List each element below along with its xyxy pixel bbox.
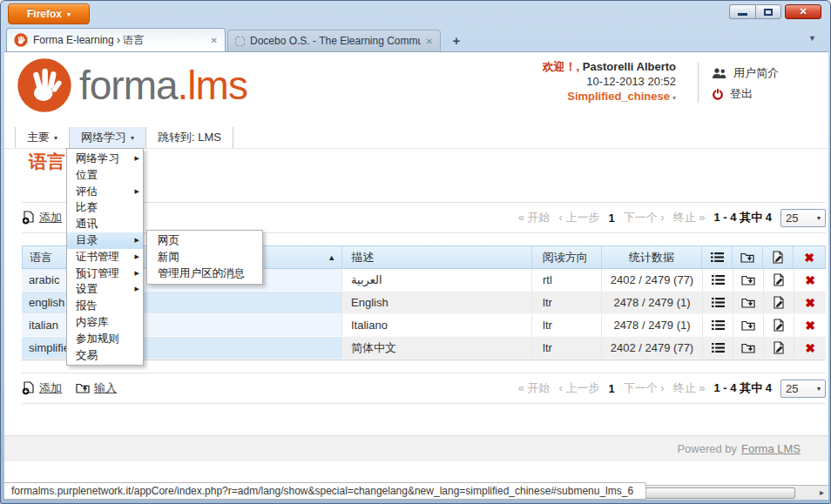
submenu-item-news[interactable]: 新闻 xyxy=(147,249,262,265)
delete-button[interactable]: ✖ xyxy=(794,314,826,336)
delete-button[interactable]: ✖ xyxy=(794,337,826,359)
add-language-link[interactable]: 添加 xyxy=(22,380,62,396)
edit-button[interactable] xyxy=(764,292,794,313)
close-tab-icon[interactable]: ✕ xyxy=(211,36,218,45)
footer: Powered by Forma LMS xyxy=(4,435,828,461)
menu-item-reservations[interactable]: 预订管理▶ xyxy=(67,265,143,282)
list-all-tabs-button[interactable]: ▼ xyxy=(808,34,816,43)
nav-item-jump-to-lms[interactable]: 跳转到: LMS xyxy=(146,127,233,148)
edit-button[interactable] xyxy=(764,314,794,336)
profile-link[interactable]: 用户简介 xyxy=(712,63,779,84)
scrollbar-thumb[interactable] xyxy=(645,487,795,499)
export-button[interactable] xyxy=(733,337,764,359)
submenu-arrow-icon: ▶ xyxy=(135,265,139,282)
add-language-link[interactable]: 添加 xyxy=(22,210,62,225)
first-page-button[interactable]: « 开始 xyxy=(518,380,551,396)
menu-item-certificates[interactable]: 证书管理▶ xyxy=(67,249,143,265)
menu-item-settings[interactable]: 设置▶ xyxy=(67,281,143,298)
page-size-select[interactable]: 25 ▾ xyxy=(780,209,826,227)
menu-item-assessment[interactable]: 评估▶ xyxy=(67,184,143,200)
details-button[interactable] xyxy=(703,269,733,291)
nav-item-main[interactable]: 主要 ▾ xyxy=(15,127,70,148)
browser-window: Firefox ▾ ✕ ▼ Forma E-learning › 语言 ✕ Do… xyxy=(0,0,831,504)
menu-item-enrolment-rules[interactable]: 参加规则 xyxy=(67,331,143,347)
forma-hand-favicon xyxy=(14,33,28,47)
pagination-top: « 开始 ‹ 上一步 1 下一个 › 终止 » 1 - 4 其中 4 25 ▾ xyxy=(518,209,826,227)
delete-icon: ✖ xyxy=(805,273,815,287)
logout-label: 登出 xyxy=(730,84,753,104)
menu-item-content-library[interactable]: 内容库 xyxy=(67,314,143,331)
delete-button[interactable]: ✖ xyxy=(794,292,826,313)
column-header-stats[interactable]: 统计数据 xyxy=(602,246,703,268)
submenu-item-user-area-messages[interactable]: 管理用户区的消息 xyxy=(147,265,262,282)
import-language-link[interactable]: 输入 xyxy=(76,380,117,396)
details-button[interactable] xyxy=(703,314,733,336)
first-page-button[interactable]: « 开始 xyxy=(518,210,551,225)
export-button[interactable] xyxy=(733,269,764,291)
column-header-direction[interactable]: 阅读方向 xyxy=(532,246,602,268)
direction-cell: ltr xyxy=(532,292,602,313)
description-cell: Italiano xyxy=(342,314,532,336)
menu-item-location[interactable]: 位置 xyxy=(67,167,143,184)
delete-icon: ✖ xyxy=(805,296,815,310)
tab-forma-elearning[interactable]: Forma E-learning › 语言 ✕ xyxy=(6,28,226,51)
firefox-menu-button[interactable]: Firefox ▾ xyxy=(8,3,90,24)
edit-page-icon xyxy=(773,319,786,332)
login-datetime: 10-12-2013 20:52 xyxy=(543,74,676,89)
pagination-bottom: « 开始 ‹ 上一步 1 下一个 › 终止 » 1 - 4 其中 4 25 ▾ xyxy=(518,380,826,398)
delete-button[interactable]: ✖ xyxy=(794,269,826,291)
export-folder-icon xyxy=(740,252,754,264)
menu-item-communication[interactable]: 通讯 xyxy=(67,216,143,232)
nav-item-elearning[interactable]: 网络学习 ▾ xyxy=(70,127,146,148)
delete-icon: ✖ xyxy=(805,319,815,333)
language-selector[interactable]: Simplified_chinese xyxy=(567,90,670,103)
column-header-description[interactable]: 描述 xyxy=(342,246,532,268)
prev-page-button[interactable]: ‹ 上一步 xyxy=(559,380,600,396)
menu-item-reports[interactable]: 报告 xyxy=(67,298,143,314)
prev-page-button[interactable]: ‹ 上一步 xyxy=(559,210,600,225)
next-page-button[interactable]: 下一个 › xyxy=(624,380,665,396)
chevron-down-icon: ▾ xyxy=(54,134,57,142)
export-button[interactable] xyxy=(733,292,764,313)
page-title: 语言 xyxy=(29,150,65,174)
scroll-right-arrow-icon[interactable]: ▸ xyxy=(820,487,824,497)
user-info: 欢迎！, Pastorelli Alberto 10-12-2013 20:52… xyxy=(543,59,676,105)
description-cell: English xyxy=(342,292,532,313)
sort-asc-icon[interactable]: ▲ xyxy=(328,253,335,262)
submenu-arrow-icon: ▶ xyxy=(135,249,139,265)
elearning-dropdown-menu: 网络学习▶ 位置 评估▶ 比赛 通讯 目录▶ 证书管理▶ 预订管理▶ 设置▶ 报… xyxy=(66,148,144,366)
menu-item-transactions[interactable]: 交易 xyxy=(67,347,143,364)
export-folder-icon xyxy=(741,297,755,309)
export-button[interactable] xyxy=(733,314,764,336)
list-icon xyxy=(711,252,724,263)
stats-cell: 2402 / 2479 (77) xyxy=(602,269,703,291)
logout-link[interactable]: 登出 xyxy=(712,84,779,104)
page-size-select[interactable]: 25 ▾ xyxy=(780,380,826,398)
next-page-button[interactable]: 下一个 › xyxy=(624,210,665,225)
edit-button[interactable] xyxy=(764,337,794,359)
edit-button[interactable] xyxy=(764,269,794,291)
last-page-button[interactable]: 终止 » xyxy=(673,210,706,225)
details-button[interactable] xyxy=(703,337,733,359)
add-page-icon xyxy=(22,211,35,225)
minimize-button[interactable] xyxy=(729,4,755,19)
export-folder-icon xyxy=(741,319,755,332)
details-button[interactable] xyxy=(703,292,733,313)
menu-item-elearning[interactable]: 网络学习▶ xyxy=(67,151,143,167)
forma-lms-link[interactable]: Forma LMS xyxy=(741,442,801,455)
chevron-down-icon[interactable]: ▾ xyxy=(672,94,676,102)
submenu-item-webpages[interactable]: 网页 xyxy=(147,232,262,249)
last-page-button[interactable]: 终止 » xyxy=(673,380,706,396)
pagination-range: 1 - 4 其中 4 xyxy=(714,210,772,225)
menu-item-competition[interactable]: 比赛 xyxy=(67,199,143,216)
maximize-button[interactable] xyxy=(755,4,781,19)
close-tab-icon[interactable]: ✕ xyxy=(426,37,433,46)
tab-docebo[interactable]: Docebo O.S. - The Elearning Commu... ✕ xyxy=(227,30,441,51)
menu-item-catalog[interactable]: 目录▶ xyxy=(67,232,143,249)
header-quick-links: 用户简介 登出 xyxy=(712,63,779,104)
loading-placeholder-favicon xyxy=(235,37,245,46)
logo-text: forma.lms xyxy=(79,62,247,109)
edit-page-icon xyxy=(773,273,786,286)
new-tab-button[interactable]: + xyxy=(447,31,466,49)
close-window-button[interactable]: ✕ xyxy=(785,4,821,19)
